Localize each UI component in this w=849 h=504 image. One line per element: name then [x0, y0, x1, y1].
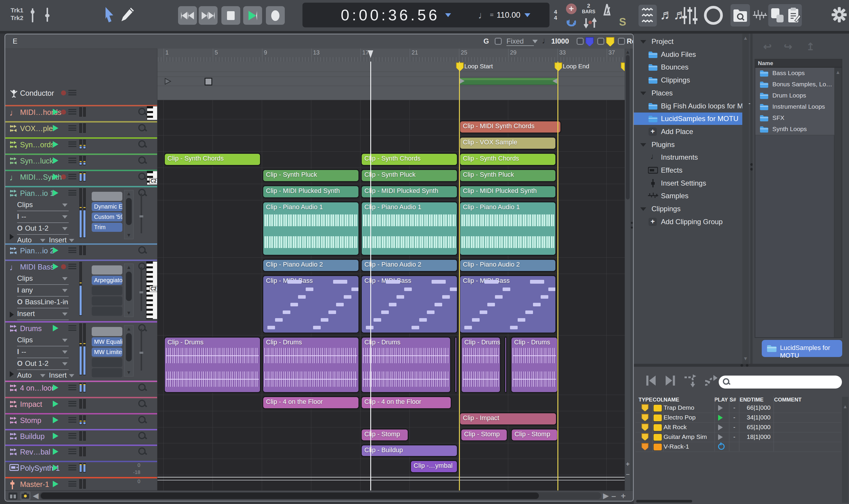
track-menu-icon[interactable]	[68, 90, 76, 95]
clip[interactable]: Clip - Synth Chords	[361, 153, 458, 166]
track-menu-icon[interactable]	[68, 190, 76, 196]
loop-end-line[interactable]	[557, 61, 558, 490]
automation-line[interactable]	[157, 477, 625, 478]
selected-place-chip[interactable]: LucidSamples for MOTU	[762, 340, 842, 357]
grid-mode-select[interactable]: Fixed	[506, 37, 534, 46]
table-header-col[interactable]: COL	[653, 397, 664, 403]
track-row-impact[interactable]: Impact	[5, 397, 157, 413]
play-icon[interactable]	[718, 425, 723, 430]
track-io-dropdown[interactable]: Clips	[17, 274, 69, 285]
jump-play-icon[interactable]	[683, 373, 697, 389]
track-io-dropdown[interactable]: I--	[17, 347, 69, 358]
table-row-guitar-amp-sim[interactable]: Guitar Amp Sim-18|1|000	[636, 432, 841, 442]
lane-midi-hords[interactable]: Clip - MIDI Synth Chords	[157, 119, 625, 135]
sidebar-item-lucidsamples-for-motu[interactable]: LucidSamples for MOTU	[634, 112, 742, 125]
track-menu-icon[interactable]	[68, 433, 76, 438]
clip[interactable]: Clip - Piano Audio 1	[361, 201, 458, 256]
clippings-button[interactable]	[786, 6, 801, 24]
tempo-caret[interactable]	[524, 13, 530, 17]
clip[interactable]: Clip - Impact	[459, 412, 557, 425]
expand-arrow[interactable]	[10, 312, 14, 318]
track-name[interactable]: VOX…ple	[20, 124, 53, 133]
disclosure-triangle-icon[interactable]	[640, 40, 646, 43]
clip[interactable]: Clip - Piano Audio 2	[262, 259, 359, 272]
clip[interactable]: Clip - Stomp	[461, 429, 508, 441]
solo-icon[interactable]: S	[619, 16, 626, 28]
play-icon[interactable]	[718, 434, 723, 440]
grid-counter[interactable]: 1l000	[551, 37, 569, 46]
track-play-button[interactable]	[53, 247, 58, 254]
track-row-midi-hords[interactable]: ♩MIDI…hords	[5, 105, 157, 121]
track-menu-icon[interactable]	[68, 417, 76, 423]
effect-slot[interactable]: Trim	[92, 223, 122, 232]
track-overview-toggle[interactable]: Trk1 Trk2	[11, 6, 23, 22]
sidebar-item-bounces[interactable]: Bounces	[634, 61, 742, 73]
clip[interactable]: Clip - MIDI Synth Chords	[459, 121, 561, 133]
effect-slot[interactable]: Dynamic E…	[92, 202, 122, 211]
play-icon[interactable]	[718, 405, 723, 411]
name-column-header[interactable]: Name	[755, 59, 842, 67]
effect-slot-empty[interactable]	[92, 265, 122, 274]
scroll-down-arrow[interactable]: ▼	[124, 310, 133, 316]
play-icon[interactable]	[718, 415, 723, 421]
clip[interactable]: Clip - MIDI Plucked Synth	[459, 185, 556, 198]
scroll-right-arrow[interactable]: ▶	[603, 492, 608, 500]
vertical-scroll-thumb[interactable]	[626, 55, 630, 199]
track-row-pian-io-1[interactable]: Pian…io 1ClipsI--OOut 1-2AutoInsertDynam…	[5, 186, 157, 243]
file-row-bonus-samples-lo-[interactable]: Bonus Samples, Lo…	[755, 79, 834, 90]
color-swatch[interactable]	[653, 404, 662, 412]
clip[interactable]: Clip - Piano Audio 1	[459, 201, 556, 256]
sidebar-item-add-clipping-group[interactable]: +Add Clipping Group	[634, 216, 742, 228]
disclosure-triangle-icon[interactable]	[640, 92, 646, 95]
track-menu-icon[interactable]	[68, 248, 76, 253]
track-io-dropdown[interactable]: Clips	[17, 336, 69, 346]
track-row-midi-synth[interactable]: ♩MIDI…SynthC2	[5, 170, 157, 186]
track-name[interactable]: Syn…luck	[20, 157, 53, 165]
track-row-conductor[interactable]: Conductor	[5, 86, 157, 105]
lane-4-on-loor[interactable]: Clip - 4 on the FloorClip - 4 on the Flo…	[157, 395, 625, 411]
track-play-button[interactable]	[53, 384, 58, 391]
scroll-thumb[interactable]	[126, 333, 132, 361]
track-name[interactable]: Pian…io 2	[20, 247, 54, 255]
marker-lanes[interactable]: Loop Start Loop End	[157, 61, 625, 100]
zoom-magnifier-icon[interactable]	[138, 108, 145, 115]
memory-play-marker-icon[interactable]	[164, 78, 172, 85]
track-name[interactable]: Rev…bal	[20, 448, 50, 456]
track-play-button[interactable]	[53, 465, 58, 471]
sidebar-section-project[interactable]: Project	[634, 35, 742, 48]
yellow-marker-icon[interactable]	[606, 37, 614, 47]
lane-vox-ple[interactable]: Clip - VOX Sample	[157, 135, 625, 151]
track-name[interactable]: Conductor	[20, 89, 54, 97]
lane-buildup[interactable]: Clip - Buildup	[157, 443, 625, 458]
effect-slot-empty[interactable]	[92, 192, 122, 201]
track-play-button[interactable]	[53, 174, 58, 180]
track-name[interactable]: Syn…ords	[20, 141, 54, 149]
track-row-stomp[interactable]: Stomp	[5, 413, 157, 429]
table-row-electro-pop[interactable]: Electro Pop-34|1|000	[636, 413, 841, 423]
track-io-dropdown[interactable]: I--	[17, 212, 69, 223]
clip[interactable]: Clip - Drums	[262, 337, 359, 393]
track-width-slider-icon[interactable]	[47, 8, 48, 22]
track-row-pian-io-2[interactable]: Pian…io 2	[5, 243, 157, 259]
vertical-scrollbar[interactable]: ▲ + –	[625, 49, 630, 490]
clip[interactable]: Clip - Drums	[510, 337, 558, 393]
clip[interactable]: Clip -…ymbal	[410, 460, 458, 473]
track-play-button[interactable]	[53, 125, 58, 131]
scroll-up-arrow[interactable]: ▲	[124, 265, 133, 270]
loop-window-button[interactable]	[704, 6, 723, 25]
track-play-button[interactable]	[53, 433, 58, 439]
track-io-dropdown[interactable]: OOut 1-2	[17, 224, 69, 235]
playhead[interactable]	[370, 61, 371, 490]
sidebar-panel-divider[interactable]	[750, 34, 752, 364]
jump-chain-icon[interactable]	[704, 373, 718, 389]
lane-syn-ords[interactable]: Clip - Synth ChordsClip - Synth ChordsCl…	[157, 151, 625, 168]
track-row-syn-luck[interactable]: Syn…luck	[5, 154, 157, 170]
loop-start-marker-icon[interactable]	[456, 62, 464, 71]
rel-checkbox[interactable]	[618, 38, 625, 45]
sidebar-item-big-fish-audio-loops-for-motu[interactable]: Big Fish Audio loops for MOTU	[634, 100, 742, 112]
file-row-instrumental-loops[interactable]: Instrumental Loops	[755, 101, 834, 113]
table-row-v-rack-1[interactable]: V-Rack-1	[636, 442, 841, 452]
clip[interactable]: Clip - Synth Pluck	[262, 169, 359, 182]
track-name[interactable]: Drums	[20, 324, 42, 333]
marker-row-labels[interactable]: Loop Start Loop End	[157, 61, 625, 72]
